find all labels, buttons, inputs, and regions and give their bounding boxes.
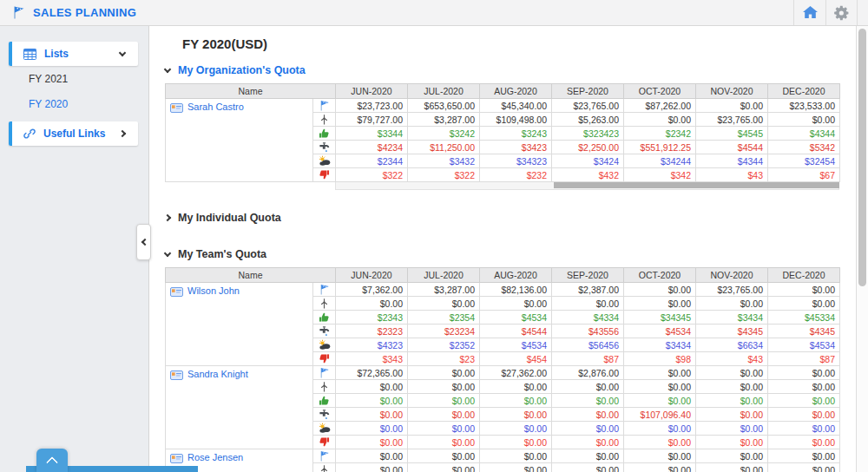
quota-value-cell[interactable]: $0.00 — [552, 297, 624, 311]
quota-value-cell[interactable]: $4345 — [696, 324, 768, 338]
quota-value-cell[interactable]: $551,912.25 — [624, 141, 696, 154]
quota-value-cell[interactable]: $0.00 — [624, 113, 696, 127]
quota-value-cell[interactable]: $5,263.00 — [552, 113, 624, 127]
quota-value-cell[interactable]: $0.00 — [408, 436, 480, 449]
quota-value-cell[interactable]: $3434 — [696, 311, 768, 324]
quota-value-cell[interactable]: $87 — [768, 352, 840, 366]
quota-value-cell[interactable]: $87,262.00 — [624, 99, 696, 113]
quota-value-cell[interactable]: $2354 — [408, 311, 480, 324]
quota-value-cell[interactable]: $0.00 — [480, 449, 552, 463]
quota-value-cell[interactable]: $0.00 — [408, 297, 480, 311]
quota-value-cell[interactable]: $3423 — [480, 141, 552, 154]
quota-value-cell[interactable]: $0.00 — [696, 394, 768, 408]
quota-value-cell[interactable]: $0.00 — [336, 436, 408, 449]
quota-value-cell[interactable]: $4534 — [480, 311, 552, 324]
quota-value-cell[interactable]: $2343 — [336, 311, 408, 324]
quota-value-cell[interactable]: $4534 — [624, 324, 696, 338]
quota-value-cell[interactable]: $0.00 — [408, 380, 480, 394]
quota-value-cell[interactable]: $45,340.00 — [480, 99, 552, 113]
quota-value-cell[interactable]: $27,362.00 — [480, 366, 552, 380]
person-name-link[interactable]: Sandra Knight — [187, 369, 248, 379]
quota-value-cell[interactable]: $0.00 — [408, 394, 480, 408]
quota-value-cell[interactable]: $4234 — [336, 141, 408, 154]
section-toggle[interactable]: My Organization's Quota — [165, 63, 856, 76]
quota-value-cell[interactable]: $4544 — [480, 324, 552, 338]
quota-value-cell[interactable]: $0.00 — [480, 422, 552, 436]
quota-value-cell[interactable]: $3,287.00 — [408, 283, 480, 297]
quota-value-cell[interactable]: $43556 — [552, 324, 624, 338]
quota-value-cell[interactable]: $0.00 — [336, 408, 408, 422]
horizontal-scrollbar[interactable] — [335, 182, 839, 190]
quota-value-cell[interactable]: $3243 — [480, 127, 552, 141]
quota-value-cell[interactable]: $322 — [336, 168, 408, 182]
quota-value-cell[interactable]: $23,533.00 — [768, 99, 840, 113]
quota-value-cell[interactable]: $322 — [408, 168, 480, 182]
quota-value-cell[interactable]: $0.00 — [696, 422, 768, 436]
quota-value-cell[interactable]: $0.00 — [480, 380, 552, 394]
quota-value-cell[interactable]: $34345 — [624, 311, 696, 324]
quota-value-cell[interactable]: $23,765.00 — [552, 99, 624, 113]
quota-value-cell[interactable]: $0.00 — [696, 297, 768, 311]
quota-value-cell[interactable]: $2323 — [336, 324, 408, 338]
quota-value-cell[interactable]: $0.00 — [552, 422, 624, 436]
sidebar-group-useful-links[interactable]: Useful Links — [9, 121, 138, 146]
quota-value-cell[interactable]: $0.00 — [768, 436, 840, 449]
quota-value-cell[interactable]: $0.00 — [696, 449, 768, 463]
quota-value-cell[interactable]: $0.00 — [624, 463, 696, 472]
quota-value-cell[interactable]: $79,727.00 — [336, 113, 408, 127]
quota-value-cell[interactable]: $0.00 — [696, 99, 768, 113]
quota-value-cell[interactable]: $343 — [336, 352, 408, 366]
quota-value-cell[interactable]: $0.00 — [768, 463, 840, 472]
quota-value-cell[interactable]: $4345 — [768, 324, 840, 338]
quota-value-cell[interactable]: $43 — [696, 352, 768, 366]
quota-value-cell[interactable]: $0.00 — [768, 380, 840, 394]
quota-value-cell[interactable]: $0.00 — [696, 436, 768, 449]
section-toggle[interactable]: My Individual Quota — [165, 211, 856, 224]
quota-value-cell[interactable]: $4323 — [336, 338, 408, 352]
quota-value-cell[interactable]: $0.00 — [624, 366, 696, 380]
quota-value-cell[interactable]: $0.00 — [696, 366, 768, 380]
sidebar-item-fy2020[interactable]: FY 2020 — [0, 91, 148, 116]
quota-value-cell[interactable]: $0.00 — [768, 366, 840, 380]
quota-value-cell[interactable]: $0.00 — [624, 422, 696, 436]
quota-value-cell[interactable]: $67 — [768, 168, 840, 182]
quota-value-cell[interactable]: $6634 — [696, 338, 768, 352]
quota-value-cell[interactable]: $653,650.00 — [408, 99, 480, 113]
quota-value-cell[interactable]: $0.00 — [768, 113, 840, 127]
quota-value-cell[interactable]: $3344 — [336, 127, 408, 141]
quota-value-cell[interactable]: $4334 — [552, 311, 624, 324]
quota-value-cell[interactable]: $342 — [624, 168, 696, 182]
quota-value-cell[interactable]: $2,387.00 — [552, 283, 624, 297]
quota-value-cell[interactable]: $87 — [552, 352, 624, 366]
scroll-to-top-button[interactable] — [36, 449, 68, 472]
quota-value-cell[interactable]: $0.00 — [336, 297, 408, 311]
vertical-scrollbar-thumb[interactable] — [858, 29, 866, 286]
quota-value-cell[interactable]: $0.00 — [768, 297, 840, 311]
quota-value-cell[interactable]: $0.00 — [408, 422, 480, 436]
person-name-link[interactable]: Sarah Castro — [187, 102, 244, 112]
quota-value-cell[interactable]: $0.00 — [480, 463, 552, 472]
quota-value-cell[interactable]: $0.00 — [768, 283, 840, 297]
sidebar-item-fy2021[interactable]: FY 2021 — [0, 66, 148, 91]
person-name-link[interactable]: Wilson John — [187, 285, 240, 296]
settings-button[interactable] — [825, 0, 858, 25]
quota-value-cell[interactable]: $0.00 — [696, 380, 768, 394]
quota-value-cell[interactable]: $432 — [552, 168, 624, 182]
quota-value-cell[interactable]: $4344 — [768, 127, 840, 141]
quota-value-cell[interactable]: $0.00 — [552, 380, 624, 394]
quota-value-cell[interactable]: $0.00 — [480, 297, 552, 311]
quota-value-cell[interactable]: $0.00 — [408, 449, 480, 463]
quota-value-cell[interactable]: $0.00 — [336, 422, 408, 436]
quota-value-cell[interactable]: $3242 — [408, 127, 480, 141]
sidebar-group-lists[interactable]: Lists — [9, 42, 138, 66]
quota-value-cell[interactable]: $0.00 — [624, 394, 696, 408]
quota-value-cell[interactable]: $454 — [480, 352, 552, 366]
quota-value-cell[interactable]: $3,287.00 — [408, 113, 480, 127]
quota-value-cell[interactable]: $82,136.00 — [480, 283, 552, 297]
quota-value-cell[interactable]: $34323 — [480, 154, 552, 168]
quota-value-cell[interactable]: $23234 — [408, 324, 480, 338]
quota-value-cell[interactable]: $4534 — [768, 338, 840, 352]
quota-value-cell[interactable]: $98 — [624, 352, 696, 366]
quota-value-cell[interactable]: $4544 — [696, 141, 768, 154]
quota-value-cell[interactable]: $23,723.00 — [336, 99, 408, 113]
